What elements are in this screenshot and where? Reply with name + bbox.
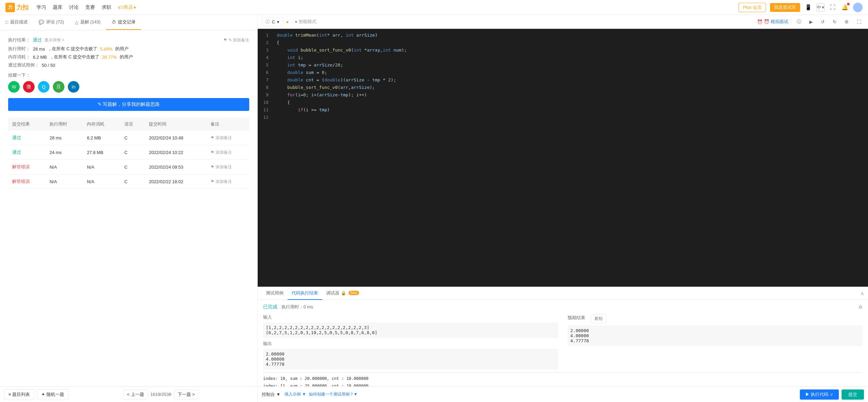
nav-jobs[interactable]: 求职 [102, 4, 111, 11]
divider [791, 18, 791, 25]
tab-debugger[interactable]: 调试器 🔒 Beta [322, 287, 363, 300]
random-problem-button[interactable]: ✦ 随机一题 [37, 389, 68, 400]
code-line-4: int i; [277, 54, 868, 61]
prev-problem-button[interactable]: < 上一题 [123, 390, 147, 399]
weibo-share-button[interactable]: 微 [23, 81, 35, 93]
undo-button[interactable]: ↺ [818, 18, 827, 26]
code-line-12: if(i >= tmp) [277, 106, 868, 114]
main-layout: □ 题目描述 💬 评论 (72) △ 题解 (143) ⏱ 提交记录 [0, 15, 868, 402]
time-cell: N/A [45, 160, 83, 174]
fullscreen-icon[interactable]: ⛶ [829, 3, 837, 12]
interview-button[interactable]: 我是面试官 [770, 3, 800, 12]
tab-submissions[interactable]: ⏱ 提交记录 [106, 15, 141, 30]
bottom-panel-tabs: 测试用例 代码执行结果 调试器 🔒 Beta ∧ [258, 287, 868, 300]
nav-shop[interactable]: 🏷 商店 ▾ [118, 4, 136, 11]
tab-comments[interactable]: 💬 评论 (72) [33, 15, 70, 30]
status-cell[interactable]: 解答错误 [12, 164, 30, 169]
nav-contest[interactable]: 竞赛 [85, 4, 95, 11]
input-output-section: 输入 [1,2,2,2,2,2,2,2,2,2,2,2,2,2,2,2,2,2,… [263, 314, 863, 372]
time-cell: N/A [45, 174, 83, 189]
note-button[interactable]: ⚑ 添加备注 [211, 179, 245, 185]
next-problem-button[interactable]: 下一题 > [174, 390, 198, 399]
logo[interactable]: 力 力扣 [5, 3, 28, 12]
code-area[interactable]: 1 2 3 4 5 6 7 8 9 10 11 12 double [258, 29, 868, 287]
expected-value: 2.00000 4.00000 4.77778 [568, 325, 863, 346]
diff-button[interactable]: 差别 [591, 314, 606, 323]
mem-cell: 6.2 MB [83, 131, 120, 145]
nav-discuss[interactable]: 讨论 [69, 4, 79, 11]
time-cell: 24 ms [45, 145, 83, 160]
solutions-icon: △ [75, 20, 78, 25]
simulate-button[interactable]: ⏰ ⏰ 模拟面试 [757, 19, 788, 25]
shop-icon: 🏷 [118, 5, 123, 10]
language-selector[interactable]: ⓘ C ▾ [262, 17, 283, 26]
wechat-share-button[interactable]: W [8, 81, 20, 93]
plus-member-button[interactable]: Plus 会员 [738, 3, 766, 12]
output-label: 输出 [263, 341, 283, 347]
time-cell: 28 ms [45, 131, 83, 145]
date-cell: 2022/02/24 10:48 [145, 131, 206, 145]
flag-icon: ⚑ [223, 38, 227, 42]
code-line-5: int tmp = arrSize/20; [277, 61, 868, 69]
input-value: [1,2,2,2,2,2,2,2,2,2,2,2,2,2,2,2,2,2,3] … [263, 322, 558, 338]
status-cell[interactable]: 通过 [12, 150, 21, 155]
qq-share-button[interactable]: Q [38, 81, 50, 93]
tab-exec-result[interactable]: 代码执行结果 [288, 287, 322, 300]
col-lang: 语言 [120, 118, 145, 131]
shop-dropdown-icon: ▾ [134, 5, 136, 10]
run-button[interactable]: ▶ [807, 18, 815, 26]
submit-button[interactable]: 提交 [842, 389, 864, 400]
table-body: 通过 28 ms 6.2 MB C 2022/02/24 10:48 ⚑ 添加备… [8, 131, 249, 189]
status-cell[interactable]: 解答错误 [12, 179, 30, 184]
note-button[interactable]: ⚑ 添加备注 [211, 135, 245, 141]
exec-time-row: 执行用时： 28 ms ，在所有 C 提交中击败了 5.48% 的用户 [8, 46, 249, 52]
nav-learn[interactable]: 学习 [37, 4, 46, 11]
lang-cell: C [120, 160, 145, 174]
collapse-panel-button[interactable]: ∧ [861, 291, 864, 296]
comments-icon: 💬 [39, 20, 44, 25]
table-row: 通过 24 ms 27.8 MB C 2022/02/24 10:22 ⚑ 添加… [8, 145, 249, 160]
how-to-link[interactable]: 如何创建一个测试用例？▼ [309, 391, 358, 397]
add-note-button[interactable]: ⚑ ✎ 添加备注 [223, 37, 249, 43]
result-settings-icon[interactable]: ⚙ [859, 305, 863, 310]
bullet-icon: ● [286, 19, 289, 24]
code-content[interactable]: double trimMean(int* arr, int arrSize) {… [271, 29, 868, 287]
tab-test-cases[interactable]: 测试用例 [262, 287, 288, 300]
douban-share-button[interactable]: 豆 [53, 81, 64, 93]
write-solution-button[interactable]: ✎ 写题解，分享我的解题思路 [8, 98, 249, 111]
fill-example-button[interactable]: 填入示例 ▼ [284, 391, 306, 397]
note-button[interactable]: ⚑ 添加备注 [211, 164, 245, 170]
status-cell[interactable]: 通过 [12, 135, 21, 140]
table-row: 解答错误 N/A N/A C 2022/02/22 18:02 ⚑ 添加备注 [8, 174, 249, 189]
code-line-3: void bubble_sort_func_v0(int *array,int … [277, 46, 868, 54]
show-detail-link[interactable]: 显示详情 > [44, 37, 64, 43]
expected-label: 预期结果 [568, 315, 588, 321]
note-button[interactable]: ⚑ 添加备注 [211, 150, 245, 155]
exec-status-row: 执行结果： 通过 显示详情 > ⚑ ✎ 添加备注 [8, 37, 249, 43]
console-button[interactable]: 控制台 ▼ [262, 391, 280, 398]
exec-test-row: 通过测试用例： 50 / 50 [8, 62, 249, 68]
problem-list-button[interactable]: ≡ 题目列表 [4, 389, 34, 400]
tab-solutions[interactable]: △ 题解 (143) [70, 15, 106, 30]
user-avatar[interactable] [853, 3, 863, 12]
col-status: 提交结果 [8, 118, 45, 131]
log-line: index: 10, sum : 20.000000, cnt : 18.000… [263, 375, 863, 383]
bottom-action-bar: 控制台 ▼ 填入示例 ▼ 如何创建一个测试用例？▼ ▶ 执行代码 ∨ 提交 [258, 386, 868, 402]
expand-button[interactable]: ⛶ [854, 18, 864, 26]
settings-button[interactable]: ⚙ [842, 18, 851, 26]
linkedin-share-button[interactable]: in [68, 81, 79, 93]
tab-description[interactable]: □ 题目描述 [0, 15, 33, 30]
nav-problems[interactable]: 题库 [53, 4, 62, 11]
lang-cell: C [120, 174, 145, 189]
code-editor[interactable]: 1 2 3 4 5 6 7 8 9 10 11 12 double [258, 29, 868, 287]
device-icon[interactable]: 📱 [804, 3, 812, 12]
info-button[interactable]: ⓘ [794, 17, 804, 26]
smart-mode-button[interactable]: ● 智能模式 [291, 17, 319, 26]
log-section: index: 10, sum : 20.000000, cnt : 18.000… [263, 372, 863, 386]
code-line-2: { [277, 39, 868, 46]
editor-header: ⓘ C ▾ ● ● 智能模式 ⏰ ⏰ 模拟面试 ⓘ ▶ ↺ ↻ ⚙ ⛶ [258, 15, 868, 29]
notification-icon[interactable]: 🔔 [841, 3, 849, 12]
lang-setting[interactable]: 中 ▾ [816, 3, 825, 12]
run-code-button[interactable]: ▶ 执行代码 ∨ [800, 389, 839, 400]
redo-button[interactable]: ↻ [830, 18, 839, 26]
